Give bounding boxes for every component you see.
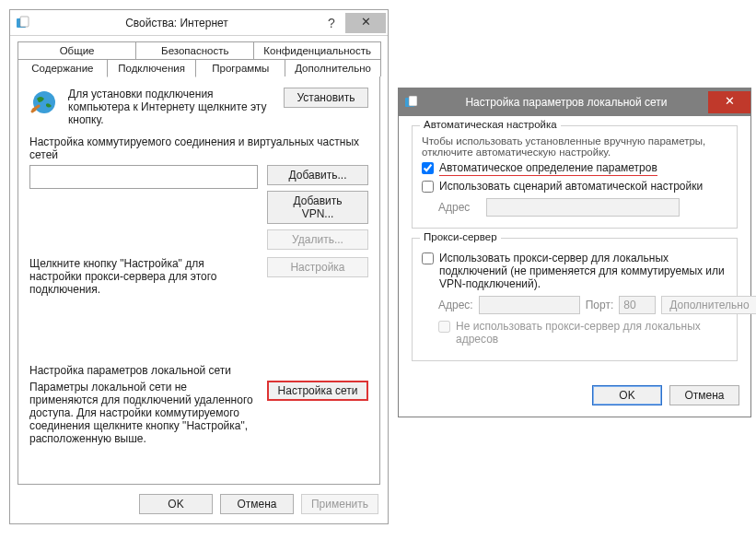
svg-rect-1 xyxy=(20,17,29,27)
auto-detect-checkbox[interactable] xyxy=(422,162,434,174)
cancel-button[interactable]: Отмена xyxy=(220,494,294,514)
use-script-checkbox[interactable] xyxy=(422,181,434,193)
lan-hint: Параметры локальной сети не применяются … xyxy=(29,381,258,445)
globe-icon xyxy=(29,88,59,117)
tab-advanced[interactable]: Дополнительно xyxy=(285,59,381,76)
setup-button[interactable]: Установить xyxy=(284,88,368,108)
delete-button: Удалить... xyxy=(267,229,368,250)
tab-general[interactable]: Общие xyxy=(17,41,136,59)
tab-connections[interactable]: Подключения xyxy=(107,59,197,77)
lan-section-label: Настройка параметров локальной сети xyxy=(29,364,368,377)
cancel-button[interactable]: Отмена xyxy=(669,385,739,405)
tabs: Общие Безопасность Конфиденциальность Со… xyxy=(17,41,380,485)
connections-panel: Для установки подключения компьютера к И… xyxy=(17,76,380,485)
ok-button[interactable]: OK xyxy=(592,385,662,405)
tab-content[interactable]: Содержание xyxy=(17,59,108,76)
ok-button[interactable]: OK xyxy=(139,494,213,514)
lan-settings-dialog: Настройка параметров локальной сети ✕ Ав… xyxy=(398,88,751,417)
internet-properties-dialog: Свойства: Интернет ? ✕ Общие Безопасност… xyxy=(9,9,389,524)
proxy-group: Прокси-сервер Использовать прокси-сервер… xyxy=(412,238,738,361)
script-address-label: Адрес xyxy=(438,201,481,214)
use-script-label: Использовать сценарий автоматической нас… xyxy=(439,180,703,193)
script-address-input xyxy=(486,198,680,217)
proxy-hint: Щелкните кнопку "Настройка" для настройк… xyxy=(29,257,258,296)
app-icon xyxy=(404,95,419,110)
auto-config-legend: Автоматическая настройка xyxy=(420,119,561,130)
svg-point-2 xyxy=(33,91,55,113)
apply-button: Применить xyxy=(301,494,378,514)
auto-hint: Чтобы использовать установленные вручную… xyxy=(422,135,727,158)
dialog-title: Настройка параметров локальной сети xyxy=(425,96,708,109)
dialog-buttons: OK Отмена xyxy=(399,380,750,417)
add-vpn-button[interactable]: Добавить VPN... xyxy=(267,191,368,224)
tab-programs[interactable]: Программы xyxy=(195,59,285,76)
connections-list[interactable] xyxy=(29,165,258,189)
proxy-port-label: Порт: xyxy=(586,299,614,311)
auto-detect-label: Автоматическое определение параметров xyxy=(439,161,657,176)
tab-security[interactable]: Безопасность xyxy=(135,41,254,59)
add-button[interactable]: Добавить... xyxy=(267,165,368,185)
proxy-address-label: Адрес: xyxy=(438,299,473,311)
use-proxy-label: Использовать прокси-сервер для локальных… xyxy=(439,252,727,290)
bypass-local-checkbox xyxy=(438,321,450,333)
app-icon xyxy=(16,16,30,30)
svg-rect-4 xyxy=(409,96,417,106)
proxy-legend: Прокси-сервер xyxy=(420,231,501,242)
titlebar: Свойства: Интернет ? ✕ xyxy=(10,10,388,36)
close-button[interactable]: ✕ xyxy=(345,13,386,33)
proxy-port-input xyxy=(619,296,656,314)
dialog-title: Свойства: Интернет xyxy=(36,17,318,29)
use-proxy-checkbox[interactable] xyxy=(422,252,434,264)
dialup-section-label: Настройка коммутируемого соединения и ви… xyxy=(29,135,368,161)
auto-config-group: Автоматическая настройка Чтобы использов… xyxy=(412,125,738,229)
lan-settings-button[interactable]: Настройка сети xyxy=(267,381,368,401)
tab-privacy[interactable]: Конфиденциальность xyxy=(253,41,381,59)
proxy-advanced-button: Дополнительно xyxy=(661,296,756,314)
setup-text: Для установки подключения компьютера к И… xyxy=(68,88,274,126)
proxy-address-input xyxy=(479,296,580,314)
settings-button: Настройка xyxy=(267,257,368,277)
dialog-buttons: OK Отмена Применить xyxy=(10,485,388,523)
close-button[interactable]: ✕ xyxy=(708,91,750,113)
bypass-local-label: Не использовать прокси-сервер для локаль… xyxy=(456,320,727,346)
help-button[interactable]: ? xyxy=(318,16,345,30)
titlebar: Настройка параметров локальной сети ✕ xyxy=(399,88,750,116)
